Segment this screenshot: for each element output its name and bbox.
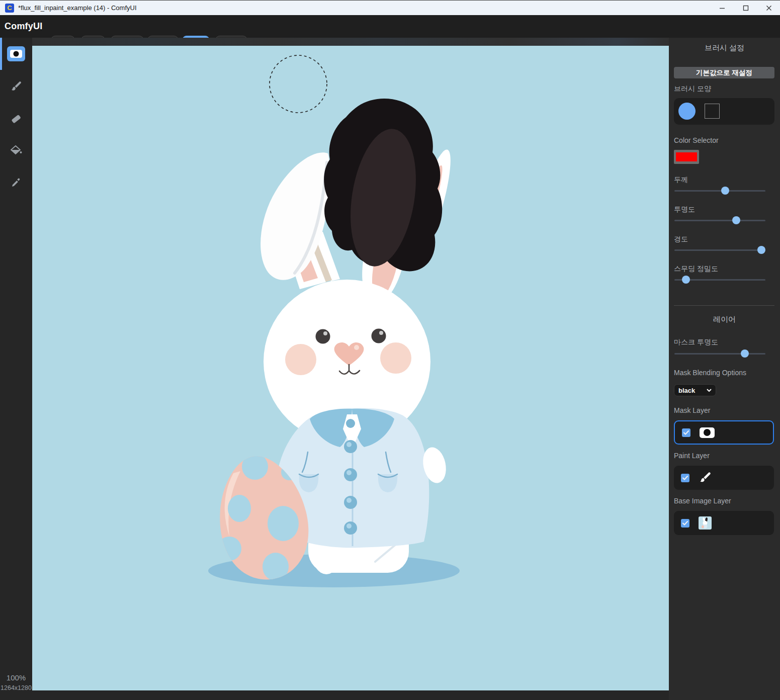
paint-layer-item[interactable] [674,466,774,490]
brush-shape-circle-option[interactable] [678,103,696,120]
paint-layer-visibility-checkbox[interactable] [681,474,689,482]
check-icon [682,476,688,480]
maximize-button[interactable] [734,1,757,16]
settings-panel: 브러시 설정 기본값으로 재설정 브러시 모양 Color Selector 두… [669,38,780,700]
mask-opacity-slider[interactable] [674,349,766,358]
opacity-slider[interactable] [674,216,766,224]
comfyui-logo-icon: C [5,4,14,13]
brush-settings-title: 브러시 설정 [669,43,780,53]
mask-paint-stroke [324,99,442,272]
mask-opacity-slider-thumb[interactable] [741,349,749,358]
maximize-icon [743,5,749,11]
right-eye [372,329,386,343]
eyedropper-tool-button[interactable] [7,175,25,190]
thickness-slider[interactable] [674,187,766,195]
eraser-tool-icon [10,113,22,125]
right-cheek [380,342,411,374]
smoothing-label: 스무딩 정밀도 [674,265,718,274]
smoothing-slider-thumb[interactable] [682,276,690,284]
mask-opacity-label: 마스크 투명도 [674,338,718,347]
paint-layer-icon [699,471,712,484]
canvas-illustration [32,46,669,690]
brush-color-swatch[interactable] [674,150,699,164]
base-image-thumbnail [699,516,712,530]
brush-shape-label: 브러시 모양 [674,84,711,94]
mask-tool-button[interactable] [7,46,25,61]
hardness-slider[interactable] [674,246,766,254]
tool-sidebar: 100% 1264x1280 [0,38,32,700]
app-logo-text: ComfyUI [5,15,42,38]
layers-title: 레이어 [669,315,780,324]
left-cheek [285,344,316,375]
canvas-bottom-strip [32,690,669,700]
hidden-workflow-strip [32,38,669,46]
paint-layer-label: Paint Layer [674,452,710,460]
mask-layer-label: Mask Layer [674,406,710,414]
brush-color-value [676,152,697,161]
zoom-level: 100% [0,673,32,682]
mask-editor-canvas[interactable] [32,46,669,690]
left-eye [316,329,330,344]
minimize-icon [719,5,725,11]
paint-bucket-icon [10,144,23,156]
check-icon [683,430,689,435]
chevron-down-icon [707,389,712,392]
section-divider [674,305,774,306]
brush-tool-button[interactable] [7,79,25,94]
mask-blending-dropdown[interactable]: black [674,384,716,396]
base-image-layer-item[interactable] [674,511,774,535]
mask-tool-icon [10,49,23,59]
base-image-layer-label: Base Image Layer [674,497,731,505]
close-button[interactable] [757,1,780,16]
mask-layer-visibility-checkbox[interactable] [682,428,690,437]
title-bar: C *flux_fill_inpaint_example (14) - Comf… [0,0,780,15]
color-selector-label: Color Selector [674,136,719,144]
check-icon [682,521,688,526]
eraser-tool-button[interactable] [7,111,25,126]
brush-shape-square-option[interactable] [705,104,720,119]
brush-shape-selector [674,98,774,125]
mask-layer-item[interactable] [674,420,774,445]
top-toolbar: ComfyUI 반전 지우기 저장 취소 [0,15,780,38]
hardness-slider-thumb[interactable] [757,246,765,254]
eyedropper-icon [11,177,22,188]
smoothing-slider[interactable] [674,276,766,284]
hardness-label: 경도 [674,235,688,244]
window-title: *flux_fill_inpaint_example (14) - ComfyU… [18,1,137,16]
opacity-slider-thumb[interactable] [732,216,740,224]
canvas-dimensions: 1264x1280 [0,684,32,691]
active-tool-indicator [0,38,2,70]
brush-tool-icon [10,80,22,93]
thickness-slider-thumb[interactable] [721,187,729,195]
base-layer-visibility-checkbox[interactable] [681,519,689,528]
mask-layer-icon [700,427,715,438]
opacity-label: 투명도 [674,205,695,214]
app-window: C *flux_fill_inpaint_example (14) - Comf… [0,0,780,700]
mask-blending-value: black [678,387,695,394]
reset-defaults-button[interactable]: 기본값으로 재설정 [674,67,774,78]
minimize-button[interactable] [711,1,733,16]
thickness-label: 두께 [674,176,688,185]
close-icon [766,5,772,11]
mask-blending-label: Mask Blending Options [674,369,746,377]
fill-tool-button[interactable] [7,143,25,158]
